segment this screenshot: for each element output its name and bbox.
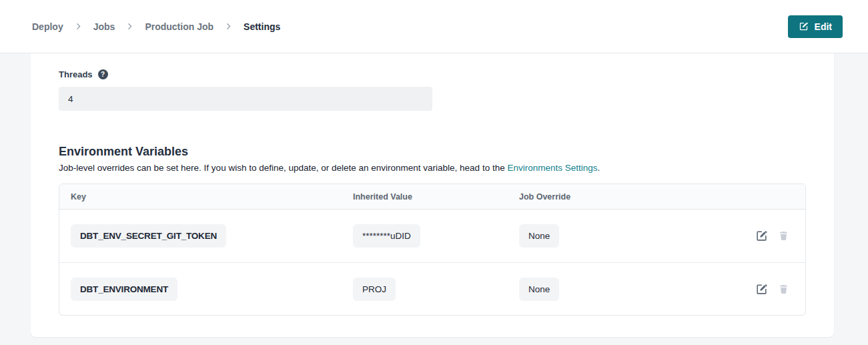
table-row: DBT_ENVIRONMENT PROJ None xyxy=(59,262,805,315)
breadcrumb-item-settings-current: Settings xyxy=(244,21,280,32)
row-delete-button[interactable] xyxy=(778,230,789,242)
trash-icon xyxy=(778,284,789,295)
row-edit-button[interactable] xyxy=(755,283,768,296)
environments-settings-link[interactable]: Environments Settings xyxy=(507,163,597,173)
inherited-value-badge: ********uDID xyxy=(353,224,420,248)
trash-icon xyxy=(778,230,789,242)
column-header-inherited-value: Inherited Value xyxy=(353,192,519,202)
edit-button-label: Edit xyxy=(815,21,832,32)
env-vars-table: Key Inherited Value Job Override DBT_ENV… xyxy=(59,184,806,316)
column-header-key: Key xyxy=(71,192,353,202)
breadcrumb-item-jobs[interactable]: Jobs xyxy=(93,21,115,32)
threads-input: 4 xyxy=(59,87,432,111)
job-override-badge: None xyxy=(519,278,559,301)
job-override-badge: None xyxy=(519,224,559,248)
settings-content-card: Threads ? 4 Environment Variables Job-le… xyxy=(31,53,834,337)
table-header-row: Key Inherited Value Job Override xyxy=(59,184,805,210)
inherited-value-badge: PROJ xyxy=(353,278,396,301)
breadcrumb: Deploy Jobs Production Job Settings xyxy=(32,21,280,32)
help-question-circle-icon[interactable]: ? xyxy=(98,69,108,79)
breadcrumb-item-deploy[interactable]: Deploy xyxy=(32,21,63,32)
environment-variables-description: Job-level overrides can be set here. If … xyxy=(59,163,806,173)
pencil-square-icon xyxy=(755,230,768,242)
row-delete-button[interactable] xyxy=(778,284,789,295)
env-var-key-badge: DBT_ENV_SECRET_GIT_TOKEN xyxy=(71,224,226,248)
environment-variables-title: Environment Variables xyxy=(59,145,806,159)
description-period: . xyxy=(598,163,600,173)
row-edit-button[interactable] xyxy=(755,230,768,242)
column-header-job-override: Job Override xyxy=(519,192,789,202)
top-header-bar: Deploy Jobs Production Job Settings Edit xyxy=(0,0,868,53)
edit-button[interactable]: Edit xyxy=(788,15,843,38)
table-row: DBT_ENV_SECRET_GIT_TOKEN ********uDID No… xyxy=(59,210,805,262)
pencil-square-icon xyxy=(755,283,768,296)
chevron-right-icon xyxy=(125,22,134,31)
env-var-key-badge: DBT_ENVIRONMENT xyxy=(71,278,177,301)
description-text: Job-level overrides can be set here. If … xyxy=(59,163,507,173)
chevron-right-icon xyxy=(224,22,233,31)
chevron-right-icon xyxy=(74,22,83,31)
pencil-square-icon xyxy=(799,21,809,31)
breadcrumb-item-production-job[interactable]: Production Job xyxy=(145,21,213,32)
threads-label: Threads xyxy=(59,69,93,79)
